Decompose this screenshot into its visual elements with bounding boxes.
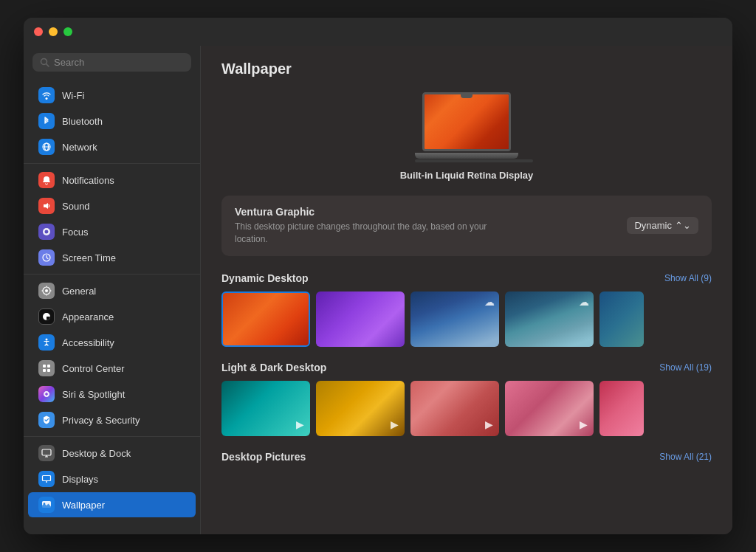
- play-icon-1: ▶: [296, 418, 304, 430]
- sidebar-item-displays[interactable]: Displays: [28, 466, 196, 491]
- sidebar-item-label-accessibility: Accessibility: [62, 337, 114, 348]
- network-icon: [38, 139, 55, 155]
- thumb-ld-gold[interactable]: ▶: [316, 381, 405, 436]
- laptop-base-bottom: [415, 159, 533, 162]
- sidebar-item-siri[interactable]: Siri & Spotlight: [28, 382, 196, 407]
- laptop-screen: [422, 92, 511, 151]
- sidebar-item-label-displays: Displays: [62, 474, 98, 485]
- dynamic-desktop-section: Dynamic Desktop Show All (9) ☁ ☁: [221, 272, 712, 347]
- appearance-icon: [38, 308, 55, 325]
- sound-icon: [38, 198, 55, 214]
- wallpaper-description: This desktop picture changes throughout …: [235, 221, 501, 246]
- wallpaper-card: Ventura Graphic This desktop picture cha…: [221, 196, 712, 256]
- focus-icon: [38, 224, 55, 240]
- wallpaper-mode-dropdown[interactable]: Dynamic ⌃⌄: [627, 217, 698, 234]
- screentime-icon: [38, 249, 55, 266]
- sidebar-item-label-siri: Siri & Spotlight: [62, 389, 125, 400]
- svg-rect-17: [43, 369, 46, 372]
- search-container: Search: [24, 46, 200, 79]
- display-section: Built-in Liquid Retina Display: [221, 92, 712, 181]
- search-box[interactable]: Search: [32, 53, 191, 72]
- sidebar-item-accessibility[interactable]: Accessibility: [28, 330, 196, 355]
- svg-rect-19: [42, 449, 51, 455]
- svg-rect-16: [47, 365, 50, 368]
- sidebar-item-network[interactable]: Network: [28, 134, 196, 159]
- sidebar-item-label-desktop: Desktop & Dock: [62, 448, 131, 459]
- privacy-icon: [38, 412, 55, 428]
- display-label: Built-in Liquid Retina Display: [400, 170, 534, 181]
- desktop-pictures-show-all[interactable]: Show All (21): [659, 452, 712, 462]
- displays-icon: [38, 471, 55, 487]
- controlcenter-icon: [38, 360, 55, 376]
- wifi-icon: [38, 87, 55, 103]
- sidebar-item-focus[interactable]: Focus: [28, 219, 196, 244]
- sidebar-item-appearance[interactable]: Appearance: [28, 304, 196, 329]
- sidebar-item-sound[interactable]: Sound: [28, 193, 196, 218]
- svg-marker-5: [44, 203, 48, 209]
- wallpaper-name: Ventura Graphic: [235, 206, 501, 218]
- desktop-pictures-title: Desktop Pictures: [221, 451, 306, 463]
- titlebar: [24, 18, 732, 46]
- svg-line-1: [47, 64, 49, 67]
- thumb-ventura-graphic[interactable]: [221, 291, 310, 347]
- wallpaper-icon: [38, 497, 55, 513]
- search-icon: [40, 58, 49, 67]
- light-dark-section: Light & Dark Desktop Show All (19) ▶ ▶ ▶…: [221, 362, 712, 436]
- sidebar-item-notifications[interactable]: Notifications: [28, 168, 196, 193]
- minimize-button[interactable]: [49, 27, 58, 36]
- play-icon-2: ▶: [391, 418, 399, 430]
- sidebar-item-label-screentime: Screen Time: [62, 252, 116, 263]
- sidebar-item-label-sound: Sound: [62, 201, 90, 212]
- sidebar-item-desktop[interactable]: Desktop & Dock: [28, 441, 196, 466]
- thumb-catalina2[interactable]: ☁: [505, 291, 594, 347]
- sidebar-item-general[interactable]: General: [28, 278, 196, 303]
- sidebar-item-label-appearance: Appearance: [62, 311, 114, 322]
- sidebar-item-label-controlcenter: Control Center: [62, 363, 125, 374]
- sidebar: Search Wi-Fi: [24, 46, 201, 534]
- sidebar-group-notifications: Notifications Sound: [24, 164, 200, 275]
- thumb-ld-pink[interactable]: ▶: [505, 381, 594, 436]
- light-dark-grid: ▶ ▶ ▶ ▶: [221, 381, 712, 436]
- desktop-icon: [38, 445, 55, 461]
- sidebar-item-label-wifi: Wi-Fi: [62, 90, 84, 101]
- sidebar-item-label-focus: Focus: [62, 227, 88, 238]
- thumb-catalina[interactable]: ☁: [410, 291, 499, 347]
- dynamic-desktop-title: Dynamic Desktop: [221, 272, 308, 284]
- sidebar-group-general: General Appearance: [24, 275, 200, 437]
- traffic-lights: [34, 27, 72, 36]
- sidebar-item-wallpaper[interactable]: Wallpaper: [28, 492, 196, 517]
- svg-point-7: [45, 289, 48, 292]
- thumb-ld-teal[interactable]: ▶: [221, 381, 310, 436]
- sidebar-item-wifi[interactable]: Wi-Fi: [28, 83, 196, 108]
- desktop-pictures-header: Desktop Pictures Show All (21): [221, 451, 712, 463]
- sidebar-item-label-bluetooth: Bluetooth: [62, 116, 103, 127]
- play-icon-4: ▶: [580, 418, 588, 430]
- laptop-base: [415, 153, 518, 159]
- close-button[interactable]: [34, 27, 43, 36]
- light-dark-show-all[interactable]: Show All (19): [659, 362, 712, 373]
- sidebar-item-screentime[interactable]: Screen Time: [28, 245, 196, 270]
- svg-point-14: [46, 339, 48, 341]
- dynamic-desktop-header: Dynamic Desktop Show All (9): [221, 272, 712, 284]
- sidebar-item-label-general: General: [62, 286, 96, 297]
- dynamic-desktop-grid: ☁ ☁: [221, 291, 712, 347]
- dynamic-desktop-show-all[interactable]: Show All (9): [664, 273, 712, 283]
- thumb-ld-red[interactable]: ▶: [410, 381, 499, 436]
- system-settings-window: Search Wi-Fi: [24, 18, 732, 534]
- general-icon: [38, 283, 55, 299]
- svg-rect-15: [43, 365, 46, 368]
- wallpaper-info: Ventura Graphic This desktop picture cha…: [235, 206, 501, 246]
- thumb-sonoma-purple[interactable]: [316, 291, 405, 347]
- sidebar-item-bluetooth[interactable]: Bluetooth: [28, 108, 196, 134]
- light-dark-header: Light & Dark Desktop Show All (19): [221, 362, 712, 373]
- svg-rect-22: [43, 476, 51, 481]
- laptop-notch: [461, 94, 472, 98]
- cloud-download-icon-2: ☁: [579, 296, 589, 308]
- cloud-download-icon: ☁: [484, 296, 495, 308]
- page-title: Wallpaper: [221, 61, 712, 77]
- siri-icon: [38, 386, 55, 402]
- sidebar-item-label-network: Network: [62, 142, 97, 153]
- sidebar-item-privacy[interactable]: Privacy & Security: [28, 407, 196, 432]
- maximize-button[interactable]: [63, 27, 72, 36]
- sidebar-item-controlcenter[interactable]: Control Center: [28, 356, 196, 381]
